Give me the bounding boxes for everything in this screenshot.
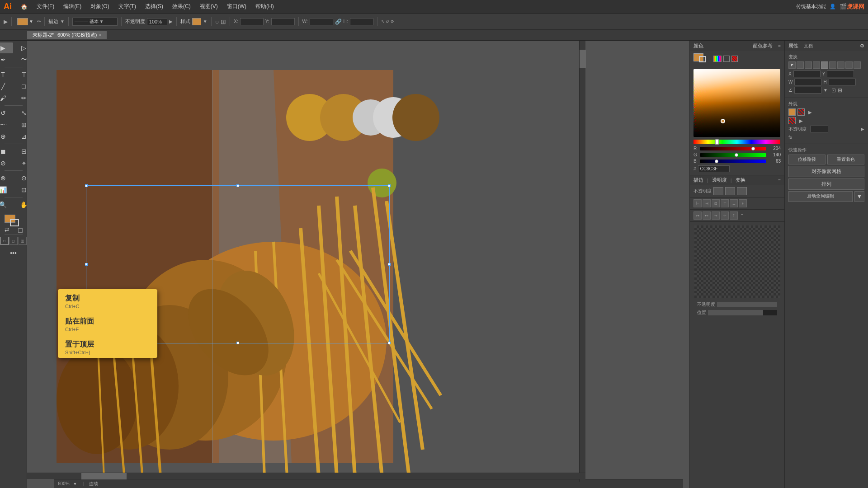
more-tools-btn[interactable]: ••• — [4, 248, 24, 258]
gradient-tool[interactable]: ◼ — [0, 146, 13, 157]
h-prop-input[interactable]: 51.031 p — [829, 79, 856, 85]
panels-row-menu[interactable]: ≡ — [778, 178, 781, 183]
align-bm-btn[interactable] — [845, 61, 853, 69]
dist-3-icon[interactable]: ⊹ — [721, 211, 729, 220]
align-tl-btn[interactable]: ◤ — [788, 61, 796, 69]
y-input[interactable]: 333.826 — [271, 18, 295, 25]
swap-colors-icon[interactable]: ⇄ — [5, 226, 9, 233]
draw-mode-dropdown[interactable]: ▼ — [60, 19, 65, 24]
opacity-prop-input[interactable]: 100% — [810, 126, 828, 132]
position-bar[interactable] — [708, 310, 777, 315]
none-color-icon[interactable] — [18, 228, 23, 233]
h-input[interactable]: 51.031 px — [350, 18, 373, 25]
fill-none-indicator[interactable] — [797, 108, 805, 116]
menu-effect[interactable]: 效果(C) — [169, 2, 194, 11]
text-tool[interactable]: T — [0, 69, 13, 80]
align-tm-btn[interactable] — [797, 61, 804, 69]
align-center-v-icon[interactable]: ⊥ — [730, 199, 738, 207]
fill-arrow[interactable]: ▶ — [808, 110, 812, 115]
reset-color-btn[interactable]: 重置着色 — [827, 155, 864, 164]
context-menu-copy[interactable]: 复制 Ctrl+C — [58, 289, 157, 312]
rotate-tool[interactable]: ↺ — [0, 108, 13, 118]
stroke-none-swatch[interactable] — [788, 117, 796, 124]
opacity-bar[interactable] — [717, 302, 777, 307]
type-btn-2[interactable] — [725, 187, 735, 195]
column-chart-tool[interactable]: 📊 — [0, 184, 13, 195]
dist-h-icon[interactable]: ⊶ — [693, 211, 702, 220]
r-slider[interactable] — [700, 147, 766, 150]
angle-dropdown[interactable]: ▼ — [823, 88, 828, 93]
color-mode-btn[interactable] — [713, 56, 722, 62]
menu-file[interactable]: 文件(F) — [33, 2, 58, 11]
stroke-color-swatch[interactable] — [10, 219, 19, 226]
lock-icon[interactable]: 🔗 — [335, 19, 342, 25]
none-mode-btn[interactable] — [731, 56, 738, 62]
user-icon[interactable]: 👤 — [830, 4, 836, 9]
eyedropper-tool[interactable]: ⊘ — [0, 158, 13, 169]
align-ml-btn[interactable] — [813, 61, 820, 69]
align-tr-btn[interactable] — [805, 61, 812, 69]
full-edit-btn[interactable]: 启动全局编辑 — [788, 191, 853, 202]
shape-builder-tool[interactable]: ⊕ — [0, 131, 13, 142]
color-picker-gradient[interactable] — [693, 69, 780, 137]
canvas-area[interactable]: 复制 Ctrl+C 贴在前面 Ctrl+F 置于顶层 Shift+Ctrl+] … — [27, 41, 689, 488]
h-scrollbar[interactable] — [27, 473, 585, 479]
menu-window[interactable]: 窗口(W) — [223, 2, 250, 11]
menu-select[interactable]: 选择(S) — [142, 2, 167, 11]
style-dropdown[interactable]: ▼ — [203, 19, 208, 24]
zoom-tool[interactable]: 🔍 — [0, 199, 13, 210]
x-prop-input[interactable]: 285.239 — [793, 70, 821, 77]
hue-slider[interactable] — [693, 140, 780, 144]
align-br-btn[interactable] — [854, 61, 861, 69]
align-right-icon[interactable]: ⊡ — [712, 199, 720, 207]
back-mode-icon[interactable]: ◻ — [9, 237, 18, 245]
w-prop-input[interactable]: 333.826 — [794, 79, 821, 85]
context-menu-bring-top[interactable]: 置于顶层 Shift+Ctrl+] — [58, 335, 157, 358]
mode-selector[interactable]: 传统基本功能 — [796, 3, 826, 10]
type-btn-1[interactable] — [713, 187, 723, 195]
v-scrollbar[interactable] — [579, 41, 585, 482]
dist-4-icon[interactable]: ⊺ — [730, 211, 738, 220]
path-offset-btn[interactable]: 位移路径 — [788, 155, 826, 164]
stroke-swatch[interactable]: ▼ — [15, 17, 35, 26]
menu-view[interactable]: 视图(V) — [196, 2, 222, 11]
align-bottom-icon[interactable]: ⊦ — [739, 199, 747, 207]
active-tab[interactable]: 未标题-2* 600% (RGB/预览) × — [27, 31, 107, 39]
align-grid-btn[interactable]: 对齐像素网格 — [788, 166, 864, 177]
props-gear-icon[interactable]: ⚙ — [860, 43, 864, 49]
blend-tool[interactable]: ⊗ — [0, 173, 13, 183]
y-prop-input[interactable]: 153.175 — [827, 70, 854, 77]
hex-input[interactable] — [698, 165, 730, 172]
align-center-h-icon[interactable]: ⊣ — [703, 199, 711, 207]
dist-2-icon[interactable]: ⊸ — [712, 211, 720, 220]
fill-icon[interactable] — [788, 108, 796, 116]
menu-object[interactable]: 对象(O) — [87, 2, 113, 11]
w-input[interactable]: 153.175 — [310, 18, 333, 25]
x-input[interactable]: 285.239 — [240, 18, 264, 25]
normal-mode-icon[interactable]: □ — [0, 237, 9, 245]
sort-btn[interactable]: 排列 — [788, 178, 864, 190]
tab-close-btn[interactable]: × — [99, 33, 101, 38]
paintbrush-tool[interactable]: 🖌 — [0, 93, 13, 103]
inside-mode-icon[interactable]: ◫ — [19, 237, 27, 245]
menu-text[interactable]: 文字(T) — [115, 2, 140, 11]
align-mr-btn[interactable] — [829, 61, 836, 69]
opacity-input[interactable] — [147, 18, 167, 25]
style-swatch[interactable] — [192, 18, 201, 25]
menu-edit[interactable]: 编辑(E) — [60, 2, 85, 11]
align-mm-btn[interactable] — [821, 61, 828, 69]
opacity-arrow[interactable]: ▶ — [169, 19, 173, 24]
color-panel-menu[interactable]: ≡ — [778, 43, 781, 48]
fx-btn[interactable]: fx — [788, 134, 864, 141]
opacity-expand[interactable]: ▶ — [861, 127, 864, 131]
menu-help[interactable]: 帮助(H) — [252, 2, 278, 11]
full-edit-dropdown[interactable]: ▼ — [854, 191, 864, 202]
b-slider[interactable] — [700, 160, 766, 163]
align-left-icon[interactable]: ⊢ — [693, 199, 702, 207]
warp-tool[interactable]: 〰 — [0, 119, 13, 130]
g-slider[interactable] — [700, 153, 766, 157]
pen-tool[interactable]: ✒ — [0, 54, 13, 65]
dist-extra-icon[interactable]: ∘ — [741, 211, 743, 220]
line-tool[interactable]: ╱ — [0, 81, 13, 92]
gradient-mode-btn[interactable] — [723, 56, 730, 62]
